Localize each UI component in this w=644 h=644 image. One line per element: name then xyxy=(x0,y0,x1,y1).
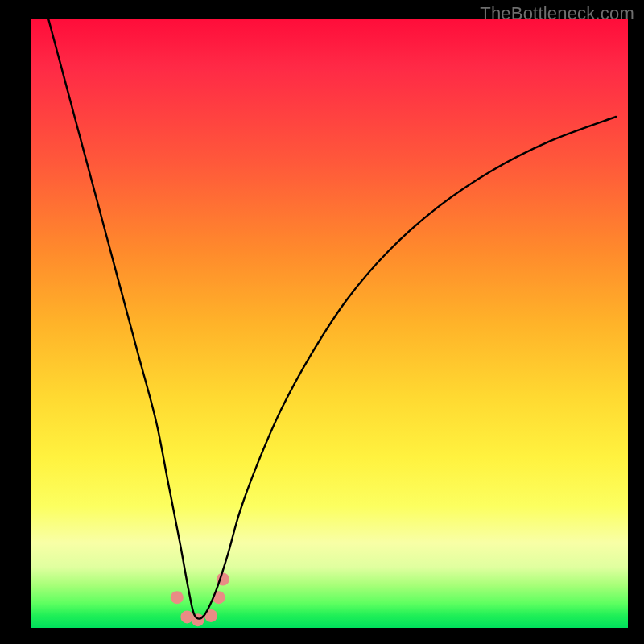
marker-group xyxy=(171,573,229,627)
bottleneck-curve xyxy=(48,19,616,619)
chart-frame: TheBottleneck.com xyxy=(0,0,644,644)
highlight-marker xyxy=(180,610,193,623)
curve-layer xyxy=(31,19,628,628)
highlight-marker xyxy=(192,613,204,626)
highlight-marker xyxy=(204,609,217,622)
highlight-marker xyxy=(217,573,229,586)
plot-area xyxy=(31,19,628,628)
highlight-marker xyxy=(171,591,184,604)
highlight-marker xyxy=(213,591,225,604)
